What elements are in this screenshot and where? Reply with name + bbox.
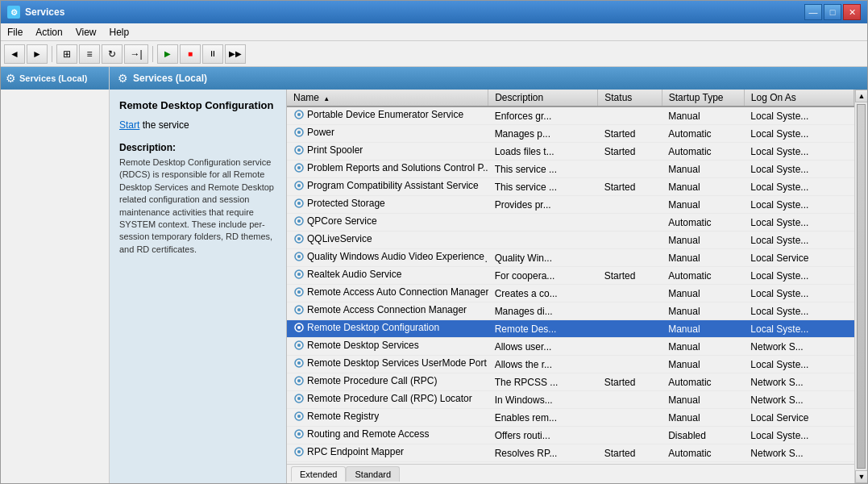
table-row[interactable]: Print Spooler Loads files t...StartedAut… <box>287 143 854 161</box>
table-row[interactable]: Remote Registry Enables rem...ManualLoca… <box>287 409 854 427</box>
scrollbar-thumb[interactable] <box>857 104 866 469</box>
service-desc: Allows user... <box>488 338 598 356</box>
show-hide-button[interactable]: ≡ <box>79 44 100 64</box>
table-row[interactable]: Remote Access Auto Connection Manager Cr… <box>287 285 854 302</box>
restart-service-button[interactable]: ▶▶ <box>225 44 246 64</box>
service-logon: Local Syste... <box>744 462 853 465</box>
service-status <box>598 409 662 427</box>
table-row[interactable]: Protected Storage Provides pr...ManualLo… <box>287 196 854 214</box>
sidebar-header: ⚙ Services (Local) <box>1 67 109 90</box>
service-startup: Automatic <box>662 214 744 232</box>
table-row[interactable]: Remote Procedure Call (RPC) The RPCSS ..… <box>287 373 854 391</box>
table-row[interactable]: Remote Desktop Services UserMode Port ..… <box>287 356 854 373</box>
table-header-row: Name ▲ Description Status Startup Type L… <box>287 90 854 106</box>
svg-point-23 <box>297 308 301 311</box>
service-startup: Manual <box>662 285 744 302</box>
service-name-text: Program Compatibility Assistant Service <box>307 180 479 191</box>
service-logon: Local Syste... <box>744 143 853 161</box>
maximize-button[interactable]: □ <box>824 4 841 20</box>
svg-point-17 <box>297 255 301 258</box>
service-icon <box>293 375 305 386</box>
svg-point-29 <box>297 361 301 365</box>
svg-point-13 <box>297 219 301 223</box>
service-icon <box>293 162 305 173</box>
service-icon <box>293 269 305 280</box>
service-startup: Manual <box>662 320 744 338</box>
table-row[interactable]: Routing and Remote Access Offers routi..… <box>287 427 854 444</box>
table-row[interactable]: Remote Procedure Call (RPC) Locator In W… <box>287 391 854 409</box>
menu-view[interactable]: View <box>69 25 103 40</box>
col-header-desc[interactable]: Description <box>488 90 598 106</box>
service-logon: Local Syste... <box>744 356 853 373</box>
service-icon <box>293 411 305 422</box>
col-header-status[interactable]: Status <box>598 90 662 106</box>
sidebar: ⚙ Services (Local) <box>1 67 110 483</box>
table-row[interactable]: Remote Desktop Configuration Remote Des.… <box>287 320 854 338</box>
menu-file[interactable]: File <box>1 25 29 40</box>
service-startup: Automatic <box>662 267 744 285</box>
service-desc: In Windows... <box>488 391 598 409</box>
sort-arrow: ▲ <box>323 95 330 102</box>
service-logon: Local Syste... <box>744 161 853 178</box>
svg-point-1 <box>297 113 301 116</box>
service-startup: Disabled <box>662 427 744 444</box>
service-desc: Creates a co... <box>488 285 598 302</box>
up-button[interactable]: ⊞ <box>56 44 77 64</box>
table-row[interactable]: Program Compatibility Assistant Service … <box>287 178 854 196</box>
export-button[interactable]: →| <box>124 44 148 64</box>
service-desc <box>488 214 598 232</box>
scrollbar-up-button[interactable]: ▲ <box>855 90 867 102</box>
service-name-text: QQLiveService <box>307 233 372 244</box>
minimize-button[interactable]: — <box>804 4 822 20</box>
service-startup: Manual <box>662 356 744 373</box>
service-logon: Local Syste... <box>744 196 853 214</box>
service-startup: Automatic <box>662 373 744 391</box>
service-status <box>598 161 662 178</box>
title-buttons: — □ ✕ <box>804 4 861 20</box>
table-row[interactable]: Portable Device Enumerator Service Enfor… <box>287 106 854 125</box>
toolbar-separator-2 <box>152 46 153 62</box>
table-row[interactable]: RPC Endpoint Mapper Resolves RP...Starte… <box>287 444 854 462</box>
service-desc: Remote Des... <box>488 320 598 338</box>
tab-standard[interactable]: Standard <box>346 466 400 482</box>
status-bar: Extended Standard <box>287 464 854 483</box>
service-desc: Provides pr... <box>488 196 598 214</box>
close-button[interactable]: ✕ <box>843 4 861 20</box>
table-row[interactable]: Secondary Logon Enables star...StartedMa… <box>287 462 854 465</box>
col-header-name[interactable]: Name ▲ <box>287 90 488 106</box>
title-bar: ⚙ Services — □ ✕ <box>1 1 867 23</box>
service-name-text: Portable Device Enumerator Service <box>307 109 463 120</box>
table-row[interactable]: Problem Reports and Solutions Control P.… <box>287 161 854 178</box>
back-button[interactable]: ◄ <box>4 44 25 64</box>
menu-help[interactable]: Help <box>103 25 136 40</box>
service-desc: This service ... <box>488 178 598 196</box>
service-desc: Allows the r... <box>488 356 598 373</box>
table-container[interactable]: Name ▲ Description Status Startup Type L… <box>287 90 854 464</box>
scrollbar-down-button[interactable]: ▼ <box>855 470 867 483</box>
col-header-startup[interactable]: Startup Type <box>662 90 744 106</box>
tab-extended[interactable]: Extended <box>291 466 346 482</box>
menu-action[interactable]: Action <box>29 25 69 40</box>
forward-button[interactable]: ► <box>27 44 48 64</box>
service-logon: Local Syste... <box>744 214 853 232</box>
col-header-logon[interactable]: Log On As <box>744 90 853 106</box>
service-name-text: Print Spooler <box>307 144 363 156</box>
table-row[interactable]: Power Manages p...StartedAutomaticLocal … <box>287 125 854 143</box>
table-row[interactable]: Remote Access Connection Manager Manages… <box>287 302 854 320</box>
table-row[interactable]: Realtek Audio Service For coopera...Star… <box>287 267 854 285</box>
service-status <box>598 214 662 232</box>
table-row[interactable]: QQLiveService ManualLocal Syste... <box>287 232 854 249</box>
pause-service-button[interactable]: ⏸ <box>202 44 223 64</box>
svg-point-21 <box>297 290 301 294</box>
start-service-link[interactable]: Start <box>119 119 139 131</box>
service-icon <box>293 233 305 244</box>
start-service-button[interactable]: ▶ <box>157 44 178 64</box>
service-name-text: Remote Desktop Configuration <box>307 322 439 333</box>
table-row[interactable]: Quality Windows Audio Video Experience Q… <box>287 249 854 267</box>
svg-point-27 <box>297 344 301 347</box>
refresh-button[interactable]: ↻ <box>102 44 123 64</box>
stop-service-button[interactable]: ■ <box>180 44 201 64</box>
service-desc: Offers routi... <box>488 427 598 444</box>
table-row[interactable]: Remote Desktop Services Allows user...Ma… <box>287 338 854 356</box>
table-row[interactable]: QPCore Service AutomaticLocal Syste... <box>287 214 854 232</box>
